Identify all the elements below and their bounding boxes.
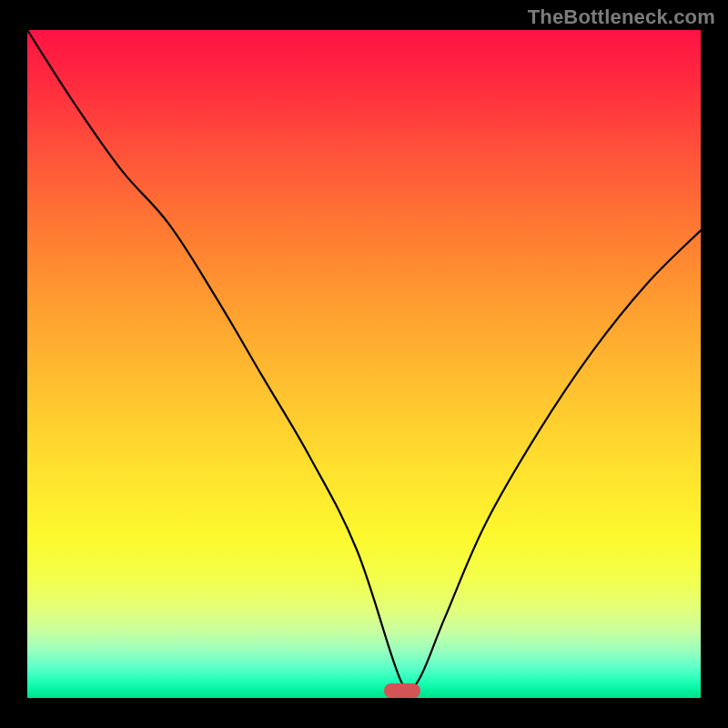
bottleneck-curve <box>27 30 701 698</box>
watermark-label: TheBottleneck.com <box>528 5 715 29</box>
plot-area <box>27 30 701 698</box>
bottleneck-marker <box>384 683 420 698</box>
chart-container: TheBottleneck.com <box>0 0 728 728</box>
